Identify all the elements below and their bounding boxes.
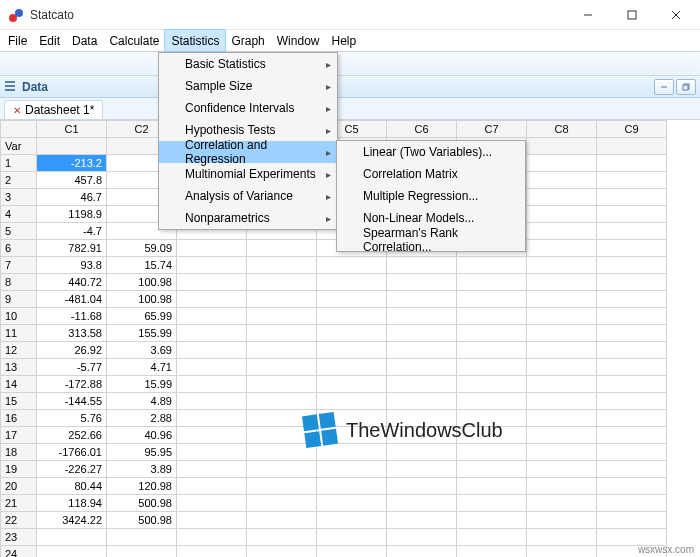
cell[interactable] (247, 342, 317, 359)
cell[interactable] (247, 529, 317, 546)
cell[interactable] (317, 376, 387, 393)
row-header[interactable]: 15 (1, 393, 37, 410)
cell[interactable] (247, 376, 317, 393)
cell[interactable] (597, 444, 667, 461)
cell[interactable]: 2.88 (107, 410, 177, 427)
panel-minimize-button[interactable] (654, 79, 674, 95)
tab-close-icon[interactable]: ✕ (13, 105, 21, 116)
cell[interactable] (37, 529, 107, 546)
cell[interactable] (317, 461, 387, 478)
cell[interactable] (527, 393, 597, 410)
cell[interactable] (317, 427, 387, 444)
cell[interactable] (597, 410, 667, 427)
cell[interactable]: -144.55 (37, 393, 107, 410)
cell[interactable] (317, 393, 387, 410)
cell[interactable] (177, 308, 247, 325)
row-header[interactable]: 8 (1, 274, 37, 291)
column-header[interactable]: C6 (387, 121, 457, 138)
row-header[interactable]: 19 (1, 461, 37, 478)
menu-calculate[interactable]: Calculate (103, 30, 165, 51)
cell[interactable] (317, 410, 387, 427)
cell[interactable] (387, 410, 457, 427)
cell[interactable] (457, 512, 527, 529)
cell[interactable] (247, 393, 317, 410)
cell[interactable] (527, 342, 597, 359)
cell[interactable] (597, 495, 667, 512)
submenu-item-linear-two-variables-[interactable]: Linear (Two Variables)... (337, 141, 525, 163)
column-header[interactable]: C9 (597, 121, 667, 138)
cell[interactable] (177, 546, 247, 558)
menu-item-basic-statistics[interactable]: Basic Statistics▸ (159, 53, 337, 75)
cell[interactable] (317, 444, 387, 461)
cell[interactable] (527, 444, 597, 461)
cell[interactable] (527, 291, 597, 308)
cell[interactable] (527, 308, 597, 325)
cell[interactable]: 59.09 (107, 240, 177, 257)
cell[interactable] (247, 444, 317, 461)
cell[interactable]: 95.95 (107, 444, 177, 461)
cell[interactable] (317, 359, 387, 376)
cell[interactable]: 100.98 (107, 291, 177, 308)
row-header[interactable]: 17 (1, 427, 37, 444)
cell[interactable] (247, 461, 317, 478)
menu-item-confidence-intervals[interactable]: Confidence Intervals▸ (159, 97, 337, 119)
cell[interactable] (597, 189, 667, 206)
cell[interactable] (247, 308, 317, 325)
cell[interactable] (177, 240, 247, 257)
cell[interactable] (597, 155, 667, 172)
cell[interactable]: -5.77 (37, 359, 107, 376)
cell[interactable]: 15.99 (107, 376, 177, 393)
var-cell[interactable] (37, 138, 107, 155)
cell[interactable]: 4.71 (107, 359, 177, 376)
cell[interactable] (527, 359, 597, 376)
cell[interactable]: 3.89 (107, 461, 177, 478)
cell[interactable] (247, 291, 317, 308)
cell[interactable] (597, 240, 667, 257)
cell[interactable]: 26.92 (37, 342, 107, 359)
column-header[interactable]: C8 (527, 121, 597, 138)
cell[interactable]: 93.8 (37, 257, 107, 274)
menu-file[interactable]: File (2, 30, 33, 51)
cell[interactable] (317, 512, 387, 529)
cell[interactable] (597, 393, 667, 410)
row-header[interactable]: 16 (1, 410, 37, 427)
cell[interactable]: -226.27 (37, 461, 107, 478)
cell[interactable] (457, 495, 527, 512)
cell[interactable] (387, 461, 457, 478)
row-header[interactable]: 21 (1, 495, 37, 512)
cell[interactable] (177, 291, 247, 308)
cell[interactable] (317, 495, 387, 512)
row-header[interactable]: 2 (1, 172, 37, 189)
menu-item-nonparametrics[interactable]: Nonparametrics▸ (159, 207, 337, 229)
cell[interactable] (387, 393, 457, 410)
cell[interactable] (597, 206, 667, 223)
cell[interactable]: 155.99 (107, 325, 177, 342)
cell[interactable] (177, 376, 247, 393)
cell[interactable] (317, 529, 387, 546)
cell[interactable] (317, 342, 387, 359)
cell[interactable] (387, 529, 457, 546)
menu-graph[interactable]: Graph (225, 30, 270, 51)
row-header[interactable]: 3 (1, 189, 37, 206)
cell[interactable] (457, 444, 527, 461)
cell[interactable]: 80.44 (37, 478, 107, 495)
row-header[interactable]: 24 (1, 546, 37, 558)
cell[interactable] (597, 274, 667, 291)
cell[interactable] (247, 495, 317, 512)
cell[interactable] (177, 427, 247, 444)
cell[interactable]: -4.7 (37, 223, 107, 240)
cell[interactable] (527, 376, 597, 393)
cell[interactable]: 500.98 (107, 495, 177, 512)
row-header[interactable]: 7 (1, 257, 37, 274)
cell[interactable] (527, 206, 597, 223)
cell[interactable] (387, 495, 457, 512)
cell[interactable]: 65.99 (107, 308, 177, 325)
cell[interactable] (387, 342, 457, 359)
cell[interactable] (527, 427, 597, 444)
maximize-button[interactable] (610, 1, 654, 29)
cell[interactable]: -481.04 (37, 291, 107, 308)
cell[interactable] (37, 546, 107, 558)
cell[interactable] (247, 427, 317, 444)
cell[interactable] (597, 359, 667, 376)
cell[interactable] (457, 427, 527, 444)
